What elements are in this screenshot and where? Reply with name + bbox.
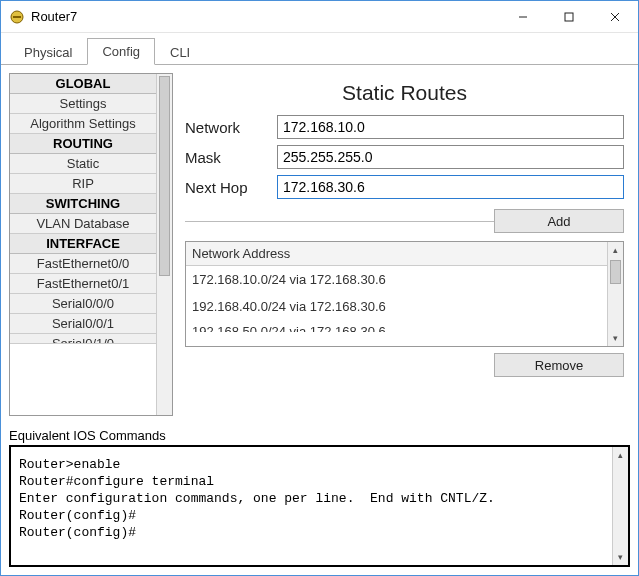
sidebar-item-rip[interactable]: RIP xyxy=(10,174,156,194)
sidebar-header-routing: ROUTING xyxy=(10,134,156,154)
titlebar: Router7 xyxy=(1,1,638,33)
routes-list-header: Network Address xyxy=(186,242,607,266)
sidebar-item-fe00[interactable]: FastEthernet0/0 xyxy=(10,254,156,274)
maximize-button[interactable] xyxy=(546,1,592,33)
close-button[interactable] xyxy=(592,1,638,33)
ios-section: Equivalent IOS Commands Router>enable Ro… xyxy=(1,424,638,575)
sidebar-item-static[interactable]: Static xyxy=(10,154,156,174)
sidebar-item-settings[interactable]: Settings xyxy=(10,94,156,114)
routes-scrollbar-thumb[interactable] xyxy=(610,260,621,284)
sidebar-item-s000[interactable]: Serial0/0/0 xyxy=(10,294,156,314)
app-icon xyxy=(9,9,25,25)
scroll-down-icon[interactable]: ▾ xyxy=(613,549,628,565)
tab-cli[interactable]: CLI xyxy=(155,39,205,65)
route-row[interactable]: 172.168.10.0/24 via 172.168.30.6 xyxy=(186,266,607,293)
ios-label: Equivalent IOS Commands xyxy=(9,428,630,443)
nexthop-label: Next Hop xyxy=(185,179,277,196)
route-row[interactable]: 192.168.40.0/24 via 172.168.30.6 xyxy=(186,293,607,320)
minimize-button[interactable] xyxy=(500,1,546,33)
mask-input[interactable] xyxy=(277,145,624,169)
sidebar-scrollbar-thumb[interactable] xyxy=(159,76,170,276)
content-area: GLOBAL Settings Algorithm Settings ROUTI… xyxy=(1,65,638,424)
sidebar-header-switching: SWITCHING xyxy=(10,194,156,214)
mask-label: Mask xyxy=(185,149,277,166)
window-title: Router7 xyxy=(31,9,77,24)
panel-title: Static Routes xyxy=(185,81,624,105)
add-button[interactable]: Add xyxy=(494,209,624,233)
routes-scrollbar[interactable]: ▴ ▾ xyxy=(607,242,623,346)
static-routes-panel: Static Routes Network Mask Next Hop Add … xyxy=(179,73,630,416)
network-label: Network xyxy=(185,119,277,136)
network-input[interactable] xyxy=(277,115,624,139)
ios-scrollbar[interactable]: ▴ ▾ xyxy=(612,447,628,565)
tab-config[interactable]: Config xyxy=(87,38,155,65)
scroll-up-icon[interactable]: ▴ xyxy=(613,447,628,463)
sidebar: GLOBAL Settings Algorithm Settings ROUTI… xyxy=(9,73,173,416)
scroll-down-icon[interactable]: ▾ xyxy=(608,330,623,346)
svg-rect-1 xyxy=(13,16,21,18)
sidebar-header-global: GLOBAL xyxy=(10,74,156,94)
svg-rect-3 xyxy=(565,13,573,21)
sidebar-item-fe01[interactable]: FastEthernet0/1 xyxy=(10,274,156,294)
remove-button[interactable]: Remove xyxy=(494,353,624,377)
tab-bar: Physical Config CLI xyxy=(1,33,638,65)
route-row[interactable]: 192.168.50.0/24 via 172.168.30.6 xyxy=(186,320,607,332)
nexthop-input[interactable] xyxy=(277,175,624,199)
scroll-up-icon[interactable]: ▴ xyxy=(608,242,623,258)
sidebar-scrollbar[interactable] xyxy=(156,74,172,415)
routes-list: Network Address 172.168.10.0/24 via 172.… xyxy=(185,241,624,347)
sidebar-item-s010[interactable]: Serial0/1/0 xyxy=(10,334,156,344)
sidebar-item-algorithm-settings[interactable]: Algorithm Settings xyxy=(10,114,156,134)
sidebar-item-s001[interactable]: Serial0/0/1 xyxy=(10,314,156,334)
sidebar-item-vlan-database[interactable]: VLAN Database xyxy=(10,214,156,234)
sidebar-header-interface: INTERFACE xyxy=(10,234,156,254)
ios-output[interactable]: Router>enable Router#configure terminal … xyxy=(11,447,612,565)
divider xyxy=(185,221,494,222)
tab-physical[interactable]: Physical xyxy=(9,39,87,65)
